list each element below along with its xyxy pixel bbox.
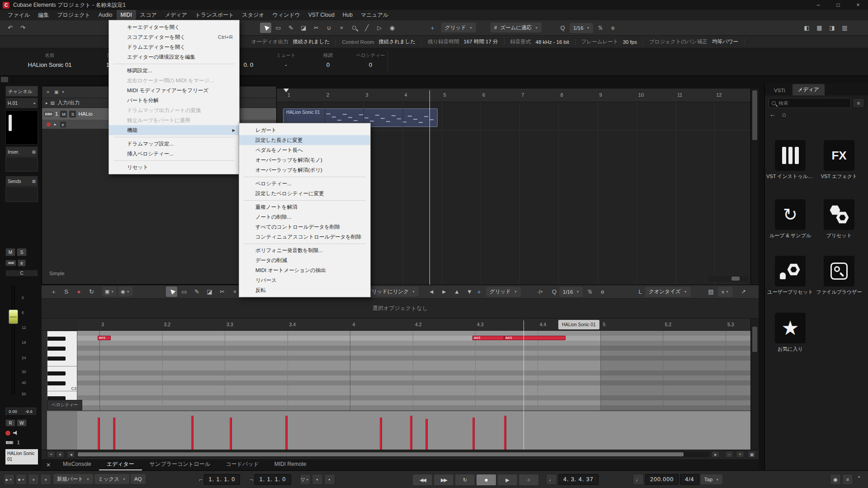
record-in-editor-icon[interactable]: ●	[73, 286, 85, 297]
zoom-slider-handle[interactable]	[731, 277, 740, 281]
note-grid[interactable]: A#3A#3A#3	[77, 331, 750, 410]
nudge-left-icon[interactable]: ◄	[426, 286, 437, 297]
media-tile-favorites[interactable]: ★	[775, 313, 806, 343]
velocity-bar[interactable]	[425, 419, 428, 450]
functions-submenu-item-2[interactable]: ペダルをノート長へ	[239, 145, 370, 155]
record-modes-icon[interactable]: ●▼	[16, 474, 27, 485]
track-record-button[interactable]	[47, 122, 51, 127]
track-edit-button[interactable]: e	[60, 122, 66, 127]
velocity-bar[interactable]	[230, 418, 232, 450]
editor-quantize-dropdown[interactable]: 1/16▼	[559, 287, 583, 297]
scrollbar-track[interactable]	[77, 451, 710, 457]
midi-menu-item-3[interactable]: エディターの環境設定を編集	[109, 52, 239, 62]
piano-key-G#3[interactable]	[47, 346, 77, 351]
functions-submenu-item-12[interactable]: コンティニュアスコントロールデータを削除	[239, 232, 370, 242]
info-field[interactable]: ベロシティー0	[349, 52, 392, 68]
piano-key-D3[interactable]	[47, 376, 77, 381]
media-tile-vst-effects[interactable]: FX	[824, 140, 854, 171]
redo-button[interactable]: ↷	[17, 23, 28, 33]
bottom-tab-MIDI Remote[interactable]: MIDI Remote	[267, 459, 314, 470]
media-search-box[interactable]	[769, 98, 851, 108]
editor-erase-tool[interactable]: ◪	[204, 286, 215, 297]
piano-key-E3[interactable]	[47, 366, 77, 371]
quantize-panel-button[interactable]: e	[607, 23, 618, 33]
velocity-bar[interactable]	[285, 416, 288, 450]
velocity-lane[interactable]	[77, 410, 750, 450]
timeline-ruler[interactable]: 123456789101112	[277, 89, 750, 102]
move-up-icon[interactable]: ▲	[451, 286, 462, 297]
editor-iterative-quantize-icon[interactable]: ％	[584, 286, 595, 297]
toggle-lower-zone-button[interactable]: ▦	[814, 23, 825, 33]
punch-filter-icon[interactable]: ▽▼	[300, 474, 311, 485]
menubar-item-Hub[interactable]: Hub	[339, 10, 357, 20]
loop-icon[interactable]: ↻	[86, 286, 97, 297]
midi-menu-item-5[interactable]: 移調設定...	[109, 66, 239, 75]
scrollbar-thumb[interactable]	[752, 327, 757, 352]
crosshair-icon[interactable]: ＋	[40, 474, 51, 485]
time-signature-value[interactable]: 4/4	[680, 474, 699, 485]
pin-editor-icon[interactable]: ＋	[48, 286, 59, 297]
punch-out-icon[interactable]: •	[324, 474, 335, 485]
inserts-slot[interactable]	[5, 157, 38, 172]
play-tool[interactable]: ▷	[374, 23, 385, 33]
edit-channel-button[interactable]: e	[18, 259, 26, 267]
zone-splitter-handle[interactable]	[1, 77, 8, 82]
menubar-item-プロジェクト[interactable]: プロジェクト	[53, 10, 94, 20]
add-controller-lane-button[interactable]: ＋	[47, 451, 55, 458]
comment-tool[interactable]: ◉	[387, 23, 398, 33]
tab-media[interactable]: メディア	[793, 84, 825, 95]
menubar-item-ウィンドウ[interactable]: ウィンドウ	[269, 10, 304, 20]
functions-submenu-item-1[interactable]: 設定した長さに変更	[239, 135, 370, 145]
functions-submenu-item-9[interactable]: 重複ノートを解消	[239, 202, 370, 212]
object-select-tool[interactable]: ▶	[260, 23, 271, 33]
functions-submenu-item-15[interactable]: データの削減	[239, 255, 370, 265]
piano-key-D#3[interactable]	[47, 371, 77, 376]
minimize-button[interactable]: –	[808, 0, 828, 10]
open-in-window-icon[interactable]: ↗	[738, 286, 749, 297]
piano-key-C#3[interactable]	[47, 381, 77, 386]
sends-section-header[interactable]: Sends ▦	[5, 176, 38, 187]
fader-handle[interactable]	[9, 310, 18, 324]
tab-vsti[interactable]: VSTi	[769, 85, 791, 95]
midi-note[interactable]: A#3	[504, 336, 565, 340]
functions-submenu-item-16[interactable]: MIDI オートメーションの抽出	[239, 265, 370, 275]
draw-tool[interactable]: ✎	[285, 23, 297, 33]
menubar-item-トランスポート[interactable]: トランスポート	[191, 10, 238, 20]
use-quantize-icon[interactable]: -|+	[533, 286, 547, 297]
menubar-item-スコア[interactable]: スコア	[136, 10, 161, 20]
editor-draw-tool[interactable]: ✎	[191, 286, 203, 297]
scroll-left-button[interactable]: ◄	[67, 451, 75, 458]
record-button[interactable]: ○	[519, 474, 539, 486]
functions-submenu-item-0[interactable]: レガート	[239, 125, 370, 135]
snap-on-icon[interactable]: ＋	[427, 23, 438, 33]
media-tile-loops-samples[interactable]: ↻	[775, 199, 806, 230]
midi-menu-item-1[interactable]: スコアエディターを開くCtrl+R	[109, 32, 239, 42]
velocity-bar[interactable]	[410, 416, 412, 450]
midi-menu-item-16[interactable]: リセット	[109, 162, 239, 172]
arrange-vertical-scrollbar[interactable]	[750, 89, 759, 285]
piano-key-B2[interactable]	[47, 391, 77, 396]
bottom-tab-サンプラーコントロール[interactable]: サンプラーコントロール	[142, 459, 218, 470]
scrollbar-thumb[interactable]	[752, 90, 757, 140]
editor-select-tool[interactable]: ▶	[166, 286, 177, 297]
editor-quantize-panel-icon[interactable]: e	[597, 286, 608, 297]
track-name-tag[interactable]: HALion Sonic 01	[5, 449, 38, 465]
erase-tool[interactable]: ◪	[298, 23, 309, 33]
info-field[interactable]: ミュート-	[267, 52, 305, 68]
metronome-icon[interactable]: ◉	[830, 474, 841, 485]
mix-dropdown[interactable]: ミックス▼	[94, 474, 129, 484]
midi-note[interactable]: A#3	[98, 336, 111, 340]
piano-key-A3[interactable]	[47, 341, 77, 346]
zoom-out-button[interactable]: –	[725, 451, 733, 458]
channel-solo-button[interactable]: S	[17, 248, 27, 256]
velocity-lane-label[interactable]: ベロシティー	[47, 400, 82, 410]
setup-toolbar-button[interactable]: ▥	[839, 23, 850, 33]
right-locator-value[interactable]: 1. 1. 1. 0	[255, 474, 291, 485]
add-track-button[interactable]: ＋	[45, 88, 51, 96]
info-field[interactable]: 移調0	[311, 52, 345, 68]
arrange-zoom-slider[interactable]	[708, 276, 749, 282]
part-display-dropdown[interactable]: ▣▼	[102, 286, 117, 296]
lane-setup-dropdown[interactable]: ≡▼	[718, 287, 732, 297]
line-tool[interactable]: ╱	[361, 23, 373, 33]
velocity-bar[interactable]	[98, 418, 100, 450]
